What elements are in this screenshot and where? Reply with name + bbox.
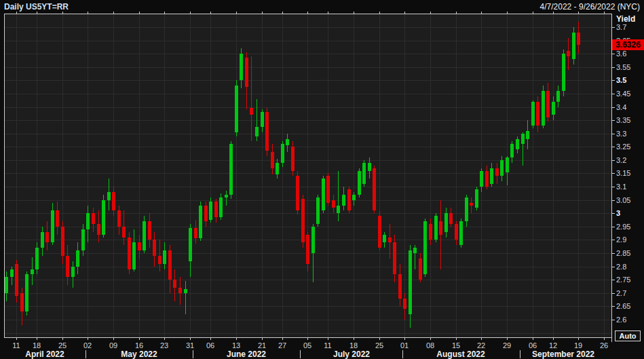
y-tick (611, 80, 615, 81)
x-tick-top (578, 12, 579, 14)
x-tick-top (190, 12, 191, 14)
candle (276, 163, 279, 174)
x-tick-bottom (236, 337, 237, 340)
candle (383, 235, 386, 242)
x-tick-bottom (113, 337, 114, 340)
candle (31, 269, 34, 274)
candle (347, 189, 351, 210)
v-gridline (139, 14, 140, 337)
y-tick-label: 3.6 (616, 50, 626, 58)
y-tick-label: 2.85 (616, 249, 630, 257)
y-tick (611, 134, 615, 134)
x-tick-top (379, 12, 380, 14)
candle (15, 264, 18, 296)
candle (510, 144, 514, 157)
y-tick (611, 107, 615, 108)
x-tick-top (210, 12, 211, 14)
candle (102, 200, 105, 235)
x-tick-label: 11 (318, 341, 338, 349)
candle (71, 267, 75, 277)
plot-frame-left (4, 14, 5, 337)
candle (56, 210, 59, 227)
x-tick-bottom (481, 337, 482, 340)
x-tick-top (533, 12, 533, 14)
x-tick-top (236, 12, 237, 14)
x-tick-label: 13 (226, 341, 246, 349)
candle (546, 91, 550, 117)
y-tick (611, 253, 615, 254)
candle (419, 259, 422, 280)
y-tick-label: 3.1 (616, 183, 626, 191)
candle (342, 195, 345, 206)
candle-wick (251, 56, 252, 141)
auto-scale-button[interactable]: Auto (615, 330, 641, 341)
x-tick-label: 08 (420, 341, 440, 349)
y-tick (611, 306, 615, 307)
y-tick (611, 187, 615, 187)
x-tick-label: 19 (568, 341, 588, 349)
candle (368, 163, 371, 171)
candle (132, 242, 136, 269)
candle-wick (440, 200, 441, 269)
candle (261, 112, 264, 127)
candle (214, 202, 218, 217)
x-tick-label: 21 (252, 341, 272, 349)
plot-frame-bottom (4, 337, 612, 338)
v-gridline (307, 14, 308, 337)
month-label: July 2022 (304, 349, 399, 359)
y-tick-label: 3.5 (616, 76, 626, 84)
x-tick-label: 15 (446, 341, 466, 349)
candle (173, 280, 176, 288)
x-tick-bottom (354, 337, 354, 340)
candle (413, 248, 417, 253)
v-gridline (210, 14, 211, 337)
x-tick-top (404, 12, 405, 14)
candle (470, 203, 473, 206)
y-tick (611, 54, 615, 54)
candle (281, 144, 284, 163)
v-gridline (604, 14, 605, 337)
x-tick-bottom (16, 337, 17, 340)
y-tick-label: 3.15 (616, 169, 630, 177)
x-tick-label: 25 (52, 341, 73, 349)
candle (311, 227, 315, 253)
x-tick-bottom (553, 337, 554, 340)
x-tick-top (507, 12, 508, 14)
candle (485, 171, 489, 187)
x-tick-bottom (37, 337, 37, 340)
candle (35, 248, 39, 269)
v-gridline (354, 14, 354, 337)
candle (439, 221, 442, 235)
candle (184, 289, 187, 293)
x-tick-top (282, 12, 283, 14)
candle (409, 250, 412, 314)
x-tick-bottom (328, 337, 328, 340)
candle (86, 213, 90, 229)
candle (521, 134, 525, 144)
v-gridline (88, 14, 88, 337)
candle (10, 269, 14, 277)
x-tick-bottom (307, 337, 308, 340)
x-tick-bottom (379, 337, 380, 340)
candle (240, 54, 243, 80)
candle (219, 197, 223, 217)
candle (459, 221, 463, 245)
candle (500, 160, 504, 176)
month-label: September 2022 (516, 349, 611, 359)
x-tick-label: 06 (200, 341, 221, 349)
y-tick (611, 267, 615, 267)
month-label: June 2022 (199, 349, 294, 359)
x-tick-label: 12 (543, 341, 563, 349)
x-tick-label: 18 (26, 341, 47, 349)
y-tick-label: 2.75 (616, 276, 630, 284)
x-tick-label: 16 (129, 341, 149, 349)
y-tick-label: 3.05 (616, 196, 630, 204)
x-tick-bottom (210, 337, 211, 340)
x-tick-bottom (507, 337, 508, 340)
candle (398, 274, 402, 299)
candle (332, 200, 335, 208)
candle (455, 224, 458, 240)
x-tick-label: 11 (6, 341, 26, 349)
y-tick-label: 3.2 (616, 156, 626, 164)
x-tick-top (262, 12, 263, 14)
